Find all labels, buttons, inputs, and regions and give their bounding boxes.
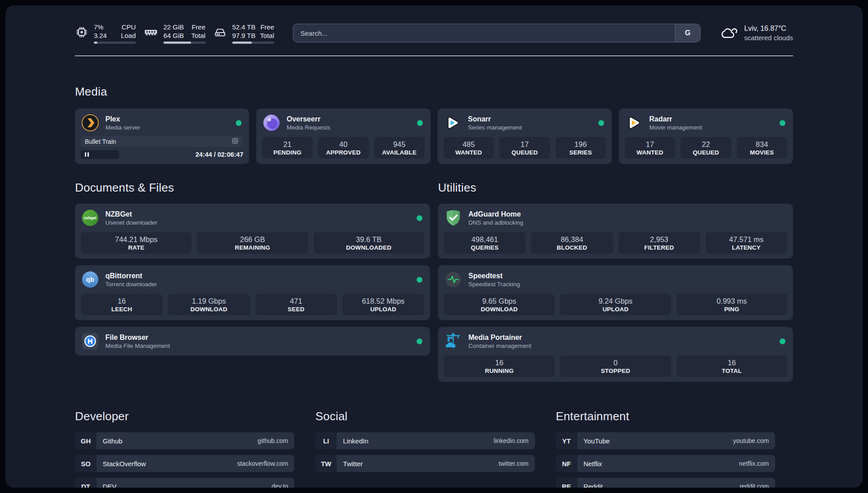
link-dev[interactable]: DT DEVdev.to xyxy=(75,478,294,488)
stat-queries: 498,461QUERIES xyxy=(444,232,526,254)
window-frame: 7%CPU 3.24Load 22 GiBFree 64 GiBTotal xyxy=(0,0,868,493)
stat-leech: 16LEECH xyxy=(81,294,163,315)
service-card-nzbget[interactable]: nzbget NZBGet Usenet downloader 744.21 M… xyxy=(75,204,430,259)
plex-icon xyxy=(81,113,100,132)
status-dot xyxy=(417,338,422,344)
playback-time: 24:44 / 02:06:47 xyxy=(196,151,243,158)
service-card-plex[interactable]: Plex Media server Bullet Train 24:44 xyxy=(75,109,249,164)
stat-rate: 744.21 MbpsRATE xyxy=(81,232,192,254)
stat-download: 9.65 GbpsDOWNLOAD xyxy=(444,294,555,315)
stat-remaining: 266 GBREMAINING xyxy=(197,232,308,254)
status-dot xyxy=(780,120,785,126)
section-title-social: Social xyxy=(315,409,534,423)
stat-seed: 471SEED xyxy=(255,294,337,315)
pause-button[interactable] xyxy=(81,150,119,159)
link-url: linkedin.com xyxy=(494,437,529,444)
status-dot xyxy=(417,277,422,283)
ram-free: 22 GiB xyxy=(163,23,184,31)
stat-pending: 21PENDING xyxy=(262,137,313,159)
service-name: Overseerr xyxy=(287,114,330,124)
service-description: DNS and adblocking xyxy=(468,219,523,227)
stat-download: 1.19 GbpsDOWNLOAD xyxy=(168,294,250,315)
weather-location: Lviv, 16.87°C xyxy=(744,24,793,33)
stat-latency: 47.571 msLATENCY xyxy=(705,232,787,254)
link-name: LinkedIn xyxy=(343,437,368,445)
now-playing-title: Bullet Train xyxy=(85,138,116,145)
ram-free-label: Free xyxy=(192,23,205,31)
service-card-filebrowser[interactable]: File Browser Media File Management xyxy=(75,327,430,355)
disk-total: 97.9 TB xyxy=(232,31,255,40)
link-url: netflix.com xyxy=(739,460,769,467)
speedtest-icon xyxy=(444,270,463,289)
link-abbr: DT xyxy=(75,478,96,488)
service-card-sonarr[interactable]: Sonarr Series management 485WANTED 17QUE… xyxy=(438,109,612,164)
section-title-media: Media xyxy=(75,85,793,99)
service-description: Series management xyxy=(468,124,522,132)
service-card-portainer[interactable]: Media Portainer Container management 16R… xyxy=(438,327,793,382)
sonarr-icon xyxy=(443,113,462,132)
section-title-utilities: Utilities xyxy=(438,181,793,195)
service-card-adguard[interactable]: AdGuard Home DNS and adblocking 498,461Q… xyxy=(438,204,793,259)
stat-wanted: 17WANTED xyxy=(625,137,675,159)
top-bar: 7%CPU 3.24Load 22 GiBFree 64 GiBTotal xyxy=(75,22,793,44)
dashboard: 7%CPU 3.24Load 22 GiBFree 64 GiBTotal xyxy=(5,5,863,488)
link-abbr: TW xyxy=(315,455,337,472)
service-description: Media Requests xyxy=(287,124,330,132)
search-provider-button[interactable]: G xyxy=(675,24,700,42)
link-netflix[interactable]: NF Netflixnetflix.com xyxy=(556,455,775,472)
disk-icon xyxy=(213,25,227,41)
disk-progress xyxy=(232,42,274,44)
overseerr-icon xyxy=(262,113,281,132)
link-url: reddit.com xyxy=(740,483,769,488)
service-description: Media server xyxy=(105,124,140,132)
disk-free: 52.4 TB xyxy=(232,23,255,31)
stat-total: 16TOTAL xyxy=(676,355,787,377)
link-twitter[interactable]: TW Twittertwitter.com xyxy=(315,455,534,472)
link-abbr: SO xyxy=(75,455,96,472)
stat-available: 945AVAILABLE xyxy=(374,137,425,159)
link-name: Netflix xyxy=(584,460,602,468)
stat-movies: 834MOVIES xyxy=(737,137,787,159)
service-name: Radarr xyxy=(649,114,702,124)
link-stackoverflow[interactable]: SO StackOverflowstackoverflow.com xyxy=(75,455,294,472)
stat-approved: 40APPROVED xyxy=(318,137,368,159)
link-reddit[interactable]: RE Redditreddit.com xyxy=(556,478,775,488)
disk-free-label: Free xyxy=(260,23,274,31)
service-name: Speedtest xyxy=(468,271,520,280)
cpu-load-label: Load xyxy=(121,31,136,40)
service-card-qbittorrent[interactable]: qb qBittorrent Torrent downloader 16LEEC… xyxy=(75,265,430,320)
service-card-overseerr[interactable]: Overseerr Media Requests 21PENDING 40APP… xyxy=(256,109,430,164)
search-input[interactable] xyxy=(293,24,675,42)
svg-text:nzbget: nzbget xyxy=(84,216,96,220)
ram-progress xyxy=(163,42,205,44)
cloud-icon xyxy=(719,24,738,42)
link-name: StackOverflow xyxy=(103,460,146,468)
ram-total-label: Total xyxy=(191,31,205,40)
link-url: youtube.com xyxy=(733,437,769,444)
link-linkedin[interactable]: LI LinkedInlinkedin.com xyxy=(315,432,534,449)
stat-series: 196SERIES xyxy=(555,137,606,159)
link-github[interactable]: GH Githubgithub.com xyxy=(75,432,294,449)
top-divider xyxy=(75,55,793,56)
link-youtube[interactable]: YT YouTubeyoutube.com xyxy=(556,432,775,449)
service-card-speedtest[interactable]: Speedtest Speedtest Tracking 9.65 GbpsDO… xyxy=(438,265,793,320)
section-utilities: Utilities AdGuard Home DNS and adblockin… xyxy=(438,181,793,382)
memory-stat: 22 GiBFree 64 GiBTotal xyxy=(144,23,205,44)
section-title-documents: Documents & Files xyxy=(75,181,430,195)
section-title-entertainment: Entertainment xyxy=(556,409,775,423)
stat-ping: 0.993 msPING xyxy=(676,294,787,315)
qbittorrent-icon: qb xyxy=(81,270,100,289)
service-name: NZBGet xyxy=(105,209,157,219)
link-abbr: LI xyxy=(315,432,337,449)
link-url: dev.to xyxy=(271,483,288,488)
filebrowser-icon xyxy=(81,332,100,351)
link-abbr: GH xyxy=(75,432,96,449)
cpu-load: 3.24 xyxy=(94,31,107,40)
nzbget-icon: nzbget xyxy=(81,209,100,227)
service-description: Container management xyxy=(468,342,531,350)
link-name: DEV xyxy=(103,483,117,488)
service-card-radarr[interactable]: Radarr Movie management 17WANTED 22QUEUE… xyxy=(619,109,793,164)
service-name: File Browser xyxy=(105,333,170,342)
stat-running: 16RUNNING xyxy=(444,355,555,377)
plex-now-playing: Bullet Train 24:44 / 02:06:47 xyxy=(81,136,243,159)
